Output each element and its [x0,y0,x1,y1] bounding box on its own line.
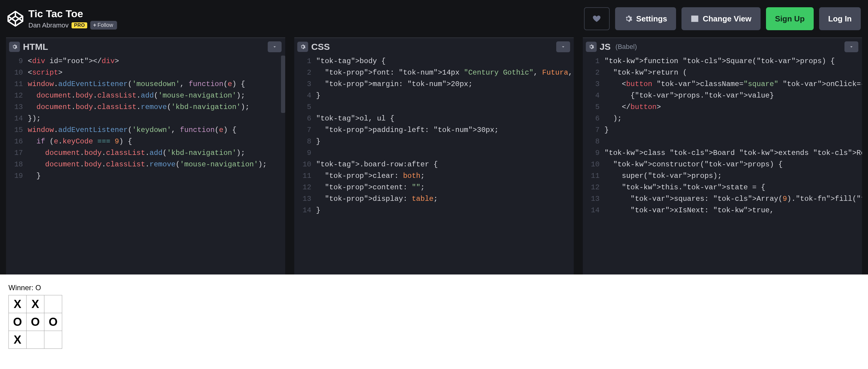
gear-icon [588,44,594,50]
gear-icon [11,44,18,50]
square-button[interactable]: X [8,331,27,349]
log-in-button[interactable]: Log In [819,7,861,30]
change-view-button[interactable]: Change View [681,7,760,30]
app-header: Tic Tac Toe Dan Abramov PRO + Follow Set… [0,0,868,37]
square-button[interactable]: X [8,295,27,313]
square-button[interactable]: O [44,313,62,331]
settings-button[interactable]: Settings [615,7,676,30]
square-button[interactable] [26,331,44,349]
plus-icon: + [93,22,96,28]
code-editor-html[interactable]: 910111213141516171819 <div id="root"></d… [6,56,285,275]
follow-button[interactable]: + Follow [90,21,117,30]
codepen-logo[interactable] [4,10,27,27]
square-button[interactable] [44,331,62,349]
pen-author[interactable]: Dan Abramov [28,22,68,29]
editor-panel-js: JS (Babel) 1234567891011121314 "tok-kw">… [583,37,862,275]
square-button[interactable]: X [26,295,44,313]
editor-sublabel-js: (Babel) [615,43,637,51]
code-editor-js[interactable]: 1234567891011121314 "tok-kw">function "t… [583,56,862,275]
square-button[interactable] [44,295,62,313]
gear-icon [624,14,632,23]
editor-menu-button-css[interactable] [556,41,570,52]
chevron-down-icon [560,44,566,50]
chevron-down-icon [272,44,277,50]
result-pane: Winner: O XXOOOX [0,275,868,369]
love-button[interactable] [584,7,610,30]
editor-label-css: CSS [311,42,330,52]
editor-settings-button-css[interactable] [297,42,308,52]
square-button[interactable]: O [8,313,27,331]
editor-label-html: HTML [23,42,48,52]
code-editor-css[interactable]: 1234567891011121314 "tok-tag">body { "to… [294,56,574,275]
editor-panel-css: CSS 1234567891011121314 "tok-tag">body {… [294,37,574,275]
editor-label-js: JS [600,42,611,52]
layout-icon [690,14,699,23]
board-row: XX [8,295,62,313]
board-row: OOO [8,313,62,331]
pro-badge: PRO [71,22,87,28]
gear-icon [300,44,306,50]
editor-row: HTML 910111213141516171819 <div id="root… [0,37,868,275]
game-status: Winner: O [8,283,860,292]
pen-title: Tic Tac Toe [28,8,117,20]
editor-settings-button-js[interactable] [586,42,597,52]
editor-panel-html: HTML 910111213141516171819 <div id="root… [6,37,285,275]
board-row: X [8,331,62,348]
editor-menu-button-js[interactable] [844,41,858,52]
sign-up-button[interactable]: Sign Up [766,7,814,30]
editor-settings-button-html[interactable] [9,42,20,52]
chevron-down-icon [849,44,854,50]
editor-menu-button-html[interactable] [268,41,282,52]
heart-icon [592,14,601,23]
square-button[interactable]: O [26,313,44,331]
game-board: XXOOOX [8,295,62,348]
scrollbar-thumb[interactable] [281,56,285,113]
